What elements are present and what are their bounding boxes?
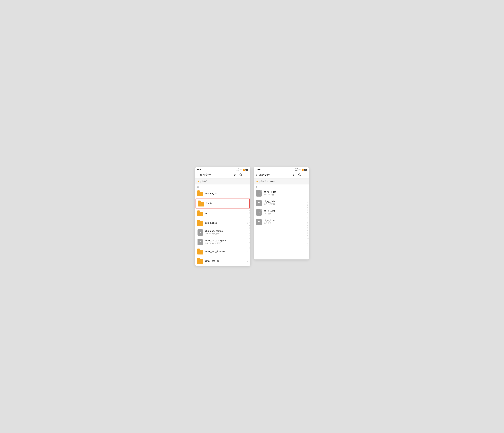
list-item[interactable]: ? cmcc_sso_config.dat 0KB 2018年12月23日 <box>195 237 250 247</box>
right-breadcrumb-star[interactable]: ★ <box>256 180 258 183</box>
list-item[interactable]: ? cf_hs_2.dat 1KB 8月29日 <box>254 189 309 198</box>
folder-icon <box>197 220 203 226</box>
left-breadcrumb: ★ | 存储盘 <box>195 178 250 184</box>
unknown-file-icon: ? <box>197 239 203 245</box>
alphabet-index[interactable]: A B C D E F G H I J K L M N O P Q R S T <box>248 205 250 250</box>
right-breadcrumb-divider: | <box>259 180 260 183</box>
right-status-icons: 0.09KB/S ☆≡ 📶 56 <box>295 168 307 171</box>
folder-icon <box>197 211 203 216</box>
file-name: ccl <box>205 212 246 215</box>
chevron-right-icon: › <box>247 250 248 253</box>
left-breadcrumb-star[interactable]: ★ <box>197 180 199 183</box>
folder-icon <box>197 249 203 255</box>
right-sort-icon[interactable] <box>292 173 296 177</box>
list-item[interactable]: cmcc_sso_download › <box>195 247 250 256</box>
file-name: Catfish <box>206 202 245 205</box>
right-kb-indicator: 0.09KB/S <box>295 168 298 171</box>
left-signal-icon: 📶 <box>243 169 245 171</box>
right-breadcrumb-current: Catfish <box>269 180 275 183</box>
file-meta: 1KB 昨天 <box>264 222 307 224</box>
list-item[interactable]: ? cf_ky_2.dat 1KB 10月31日 <box>254 198 309 208</box>
left-section-c: C <box>195 184 250 189</box>
file-info: cde-buckets <box>205 222 246 224</box>
folder-icon <box>198 201 204 206</box>
folder-icon <box>197 190 203 196</box>
file-meta: 2KB 2018年9月16日 <box>205 233 248 235</box>
file-info: ccl <box>205 212 246 215</box>
file-info: capture_qsvf <box>205 192 246 195</box>
file-info: cf_lk_2.dat 0KB 昨天 <box>264 210 307 215</box>
file-info: cf_ky_2.dat 1KB 10月31日 <box>264 200 307 205</box>
unknown-file-icon: ? <box>256 190 262 196</box>
list-item[interactable]: cmcc_sso_ks › <box>195 256 250 266</box>
list-item-catfish[interactable]: Catfish › <box>196 199 250 209</box>
left-sort-icon[interactable] <box>234 173 237 177</box>
file-name: chatroom_stat.dat <box>205 230 248 232</box>
file-meta: 1KB 8月29日 <box>264 193 307 196</box>
file-info: cf_hs_2.dat 1KB 8月29日 <box>264 191 307 196</box>
list-item[interactable]: ccl › <box>195 209 250 218</box>
right-section-c: C <box>254 184 309 189</box>
right-search-icon[interactable] <box>298 173 301 177</box>
left-header-title: 全部文件 <box>200 173 234 177</box>
left-search-icon[interactable] <box>239 173 242 177</box>
left-status-time: 00:52 <box>197 169 202 171</box>
file-meta: 0KB 昨天 <box>264 212 307 215</box>
list-item[interactable]: ? cf_lk_2.dat 0KB 昨天 <box>254 208 309 217</box>
right-breadcrumb: ★ | 存储盘 › Catfish <box>254 178 309 184</box>
left-more-icon[interactable]: ⋮ <box>245 173 248 177</box>
right-back-button[interactable]: ‹ <box>256 173 257 177</box>
right-more-icon[interactable]: ⋮ <box>304 173 307 177</box>
left-status-icons: 0.09KB/S ☆≡ 📶 56 <box>236 168 248 171</box>
left-breadcrumb-divider: | <box>200 180 201 183</box>
chevron-right-icon: › <box>247 260 248 262</box>
unknown-file-icon: ? <box>256 210 262 215</box>
chevron-right-icon: › <box>246 202 247 205</box>
left-header-actions: ⋮ <box>234 173 248 177</box>
list-item[interactable]: ? cf_st_2.dat 1KB 昨天 <box>254 217 309 227</box>
right-file-list: ? cf_hs_2.dat 1KB 8月29日 ? cf_ky_2.dat <box>254 189 309 259</box>
file-info: cmcc_sso_download <box>205 250 246 253</box>
question-mark: ? <box>199 241 201 244</box>
right-battery-icon: 56 <box>304 169 307 171</box>
right-app-header: ‹ 全部文件 ⋮ <box>254 172 309 178</box>
file-info: Catfish <box>206 202 245 205</box>
file-name: cmcc_sso_download <box>205 250 246 253</box>
file-name: capture_qsvf <box>205 192 246 195</box>
folder-icon <box>197 258 203 264</box>
file-name: cf_lk_2.dat <box>264 210 307 212</box>
right-alphabet-index[interactable]: A B C D E F G H I J K L M N O P Q R S T <box>307 202 309 247</box>
chevron-right-icon: › <box>247 222 248 224</box>
file-name: cf_ky_2.dat <box>264 200 307 203</box>
svg-line-4 <box>241 175 242 176</box>
question-mark: ? <box>199 231 201 234</box>
right-header-actions: ⋮ <box>292 173 307 177</box>
unknown-file-icon: ? <box>256 200 262 206</box>
file-name: cf_hs_2.dat <box>264 191 307 193</box>
unknown-file-icon: ? <box>256 219 262 225</box>
right-breadcrumb-storage[interactable]: 存储盘 <box>261 180 267 183</box>
list-item[interactable]: ? chatroom_stat.dat 2KB 2018年9月16日 <box>195 228 250 237</box>
left-kb-indicator: 0.09KB/S <box>236 168 239 171</box>
left-status-bar: 00:52 0.09KB/S ☆≡ 📶 56 <box>195 167 250 172</box>
file-info: chatroom_stat.dat 2KB 2018年9月16日 <box>205 230 248 235</box>
left-breadcrumb-storage[interactable]: 存储盘 <box>202 180 208 183</box>
question-mark: ? <box>258 221 260 224</box>
file-meta: 1KB 10月31日 <box>264 203 307 205</box>
left-back-button[interactable]: ‹ <box>197 173 198 177</box>
question-mark: ? <box>258 192 260 195</box>
screens-container: 00:52 0.09KB/S ☆≡ 📶 56 ‹ 全部文件 <box>195 167 309 266</box>
list-item[interactable]: capture_qsvf › <box>195 189 250 198</box>
left-app-header: ‹ 全部文件 ⋮ <box>195 172 250 178</box>
chevron-right-icon: › <box>247 212 248 215</box>
left-phone-screen: 00:52 0.09KB/S ☆≡ 📶 56 ‹ 全部文件 <box>195 167 250 266</box>
list-item[interactable]: cde-buckets › <box>195 218 250 228</box>
right-star-status: ☆≡ <box>298 169 301 171</box>
right-breadcrumb-arrow: › <box>267 181 268 183</box>
file-info: cmcc_sso_config.dat 0KB 2018年12月23日 <box>205 239 248 245</box>
file-info: cmcc_sso_ks <box>205 260 246 262</box>
right-status-time: 00:52 <box>256 169 261 171</box>
file-name: cde-buckets <box>205 222 246 224</box>
chevron-right-icon: › <box>247 192 248 195</box>
file-name: cf_st_2.dat <box>264 219 307 222</box>
